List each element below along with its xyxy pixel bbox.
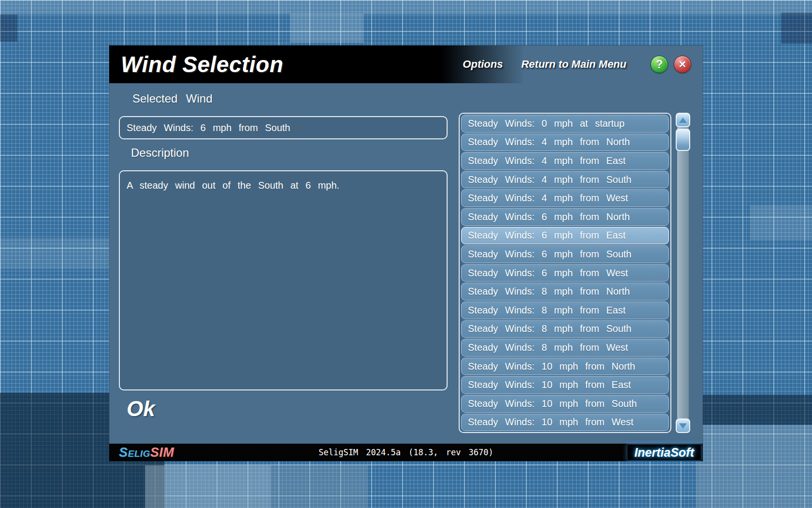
background-patch [781,13,812,44]
status-bar: SeligSIM SeligSIM 2024.5a (18.3, rev 367… [109,444,703,461]
seligsim-logo-sim: SIM [150,445,174,460]
wind-list-item[interactable]: Steady Winds: 8 mph from East [461,301,669,319]
scroll-down-icon [679,423,687,429]
background-patch [145,465,271,508]
background-patch [750,205,812,240]
version-text: SeligSIM 2024.5a (18.3, rev 3670) [319,448,493,457]
scrollbar-thumb[interactable] [676,129,690,151]
help-icon: ? [656,58,663,71]
inertiasoft-logo: InertiaSoft [627,444,701,461]
wind-list-item[interactable]: Steady Winds: 8 mph from North [461,283,669,300]
scroll-up-icon [679,118,687,123]
selected-wind-heading: Selected Wind [132,92,213,105]
wind-list: Steady Winds: 0 mph at startupSteady Win… [459,113,671,433]
close-icon: ✕ [679,59,687,70]
return-to-main-menu-button[interactable]: Return to Main Menu [521,58,626,71]
selected-wind-value: Steady Winds: 6 mph from South [127,122,290,134]
wind-list-item-selected[interactable]: Steady Winds: 6 mph from East [461,227,669,245]
wind-list-item[interactable]: Steady Winds: 8 mph from West [461,339,669,357]
help-button[interactable]: ? [651,56,668,73]
scrollbar-track[interactable] [677,127,689,418]
wind-list-item[interactable]: Steady Winds: 4 mph from East [461,152,669,170]
wind-list-item[interactable]: Steady Winds: 4 mph from West [461,189,669,207]
description-heading: Description [131,146,189,160]
wind-list-scrollbar [676,113,690,433]
wind-list-item[interactable]: Steady Winds: 6 mph from South [461,245,669,263]
wind-list-item[interactable]: Steady Winds: 0 mph at startup [461,115,669,133]
wind-list-item[interactable]: Steady Winds: 4 mph from North [461,134,669,151]
close-button[interactable]: ✕ [674,56,691,73]
wind-list-item[interactable]: Steady Winds: 10 mph from West [461,414,669,432]
selected-wind-box: Steady Winds: 6 mph from South [119,116,448,139]
ok-button[interactable]: Ok [127,397,155,421]
wind-list-item[interactable]: Steady Winds: 8 mph from South [461,320,669,338]
background-patch [0,15,17,42]
background-patch [290,14,363,43]
options-menu-button[interactable]: Options [463,58,503,71]
wind-list-item[interactable]: Steady Winds: 10 mph from North [461,358,669,375]
background-patch [271,465,367,508]
wind-list-item[interactable]: Steady Winds: 10 mph from South [461,395,669,413]
wind-list-item[interactable]: Steady Winds: 6 mph from West [461,264,669,282]
seligsim-logo-selig: Selig [119,445,150,460]
background-patch [696,395,812,425]
background-patch [696,425,812,508]
scroll-up-button[interactable] [676,113,690,127]
titlebar: Wind Selection Options Return to Main Me… [109,45,703,83]
scroll-down-button[interactable] [676,418,690,433]
wind-selection-window: Wind Selection Options Return to Main Me… [109,45,703,461]
wind-list-item[interactable]: Steady Winds: 10 mph from East [461,376,669,394]
wind-list-item[interactable]: Steady Winds: 4 mph from South [461,171,669,189]
wind-list-item[interactable]: Steady Winds: 6 mph from North [461,208,669,226]
seligsim-logo: SeligSIM [119,445,174,460]
description-box: A steady wind out of the South at 6 mph. [119,170,448,390]
background-patch [0,0,812,15]
description-text: A steady wind out of the South at 6 mph. [127,180,339,191]
window-title: Wind Selection [121,51,283,77]
